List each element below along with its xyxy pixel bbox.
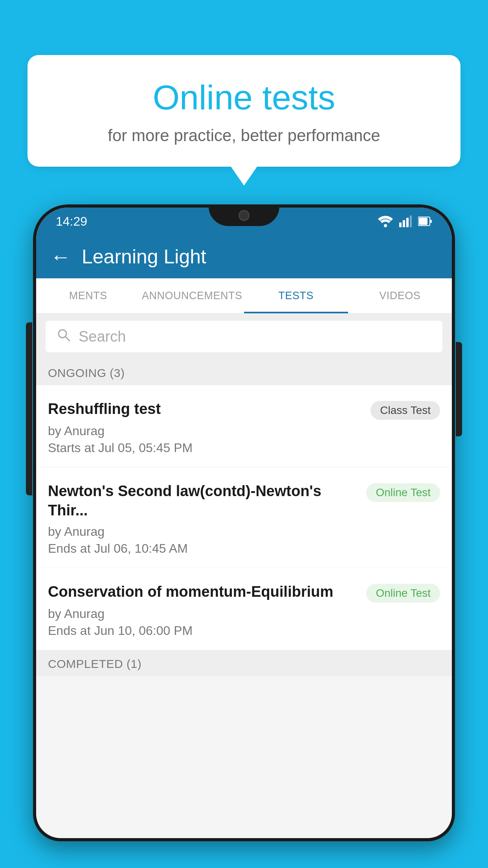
test-date-label: Ends at xyxy=(48,623,91,638)
test-author: by Anurag xyxy=(48,524,440,539)
test-item-top: Reshuffling test Class Test xyxy=(48,399,440,420)
test-item[interactable]: Conservation of momentum-Equilibrium Onl… xyxy=(36,568,452,650)
test-name: Conservation of momentum-Equilibrium xyxy=(48,582,360,601)
tab-announcements[interactable]: ANNOUNCEMENTS xyxy=(140,278,244,313)
svg-rect-4 xyxy=(410,215,412,227)
app-title: Learning Light xyxy=(82,245,206,268)
test-name: Reshuffling test xyxy=(48,399,364,419)
signal-icon xyxy=(399,215,412,227)
tab-ments[interactable]: MENTS xyxy=(36,278,140,313)
tab-bar: MENTS ANNOUNCEMENTS TESTS VIDEOS xyxy=(36,278,452,314)
tab-tests[interactable]: TESTS xyxy=(244,278,348,313)
completed-section-header: COMPLETED (1) xyxy=(36,650,452,676)
camera xyxy=(238,210,250,221)
app-bar: ← Learning Light xyxy=(36,235,452,278)
test-date: Starts at Jul 05, 05:45 PM xyxy=(48,441,440,455)
test-item-top: Newton's Second law(contd)-Newton's Thir… xyxy=(48,482,440,520)
ongoing-label: ONGOING (3) xyxy=(48,366,125,379)
phone-notch xyxy=(209,204,279,226)
status-icons xyxy=(378,215,432,227)
svg-rect-2 xyxy=(403,220,405,227)
test-item[interactable]: Reshuffling test Class Test by Anurag St… xyxy=(36,385,452,467)
status-time: 14:29 xyxy=(56,214,87,229)
promo-section: Online tests for more practice, better p… xyxy=(28,55,460,167)
test-item[interactable]: Newton's Second law(contd)-Newton's Thir… xyxy=(36,467,452,568)
svg-rect-7 xyxy=(430,220,432,223)
test-date: Ends at Jun 10, 06:00 PM xyxy=(48,623,440,638)
test-item-top: Conservation of momentum-Equilibrium Onl… xyxy=(48,582,440,603)
ongoing-section-header: ONGOING (3) xyxy=(36,359,452,385)
test-date-label: Ends at xyxy=(48,541,91,555)
phone-screen: 14:29 xyxy=(36,208,452,838)
test-date-value: Jun 10, 06:00 PM xyxy=(94,623,193,638)
wifi-icon xyxy=(378,215,393,227)
svg-point-0 xyxy=(384,224,387,227)
test-date-value: Jul 06, 10:45 AM xyxy=(94,541,187,555)
search-placeholder: Search xyxy=(79,328,126,345)
svg-rect-1 xyxy=(399,223,402,227)
tests-list: Reshuffling test Class Test by Anurag St… xyxy=(36,385,452,650)
test-badge-online: Online Test xyxy=(366,584,440,603)
test-date-value: Jul 05, 05:45 PM xyxy=(98,441,193,455)
search-icon xyxy=(57,328,71,346)
test-author: by Anurag xyxy=(48,424,440,438)
test-badge-class: Class Test xyxy=(371,401,440,420)
back-button[interactable]: ← xyxy=(50,245,71,268)
tab-videos[interactable]: VIDEOS xyxy=(348,278,452,313)
search-section: Search xyxy=(36,314,452,359)
svg-line-9 xyxy=(65,337,70,341)
test-badge-online: Online Test xyxy=(366,483,440,502)
battery-icon xyxy=(418,216,432,227)
svg-rect-3 xyxy=(406,218,409,227)
test-name: Newton's Second law(contd)-Newton's Thir… xyxy=(48,482,360,520)
phone-frame: 14:29 xyxy=(33,204,455,841)
speech-bubble: Online tests for more practice, better p… xyxy=(28,55,460,167)
search-bar[interactable]: Search xyxy=(46,321,442,352)
test-date: Ends at Jul 06, 10:45 AM xyxy=(48,541,440,556)
bubble-title: Online tests xyxy=(55,79,433,117)
test-author: by Anurag xyxy=(48,607,440,621)
svg-rect-6 xyxy=(419,218,427,225)
phone-mockup: 14:29 xyxy=(33,204,455,868)
bubble-subtitle: for more practice, better performance xyxy=(55,126,433,145)
completed-label: COMPLETED (1) xyxy=(48,657,141,670)
test-date-label: Starts at xyxy=(48,441,95,455)
